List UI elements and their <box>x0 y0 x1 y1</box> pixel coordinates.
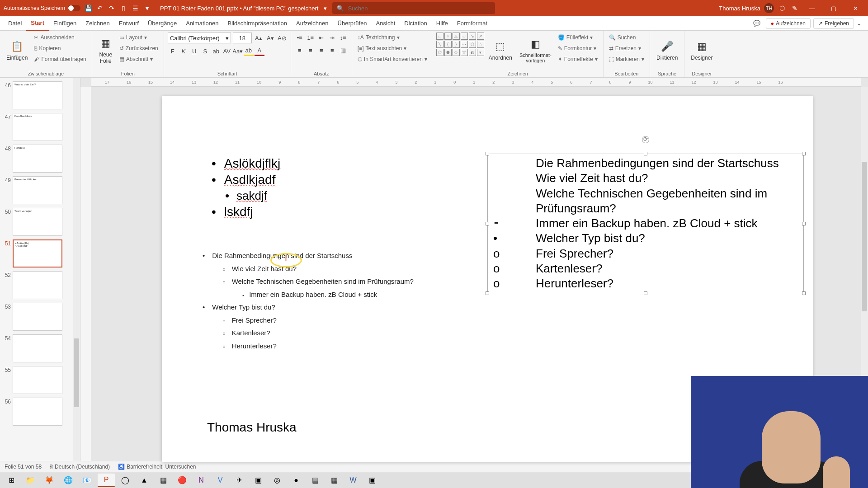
note-item[interactable]: Die Rahmenbedingungen sind der Startschu… <box>203 249 456 263</box>
highlight-button[interactable]: ab <box>244 46 254 56</box>
right-line[interactable]: •Welcher Typ bist du? <box>491 231 801 246</box>
task-app8[interactable]: ▤ <box>307 474 324 487</box>
note-item[interactable]: Herunterleser? <box>222 340 456 353</box>
resize-handle[interactable] <box>802 222 806 225</box>
tab-ansicht[interactable]: Ansicht <box>372 16 400 31</box>
slide-thumbnail[interactable]: 54 <box>0 333 80 364</box>
resize-handle[interactable] <box>644 291 647 295</box>
task-app9[interactable]: ▦ <box>326 474 343 487</box>
textbox-right-selected[interactable]: Die Rahmenbedingungen sind der Startschu… <box>487 154 804 293</box>
decrease-indent-button[interactable]: ⇤ <box>316 33 326 42</box>
task-powerpoint[interactable]: P <box>98 474 115 487</box>
tab-einfuegen[interactable]: Einfügen <box>49 16 81 31</box>
format-painter-button[interactable]: 🖌Format übertragen <box>32 54 88 64</box>
task-chrome[interactable]: 🌐 <box>60 474 77 487</box>
section-button[interactable]: ▤Abschnitt▾ <box>118 54 160 64</box>
record-button[interactable]: ●Aufzeichnen <box>766 18 811 29</box>
bullets-button[interactable]: •≡ <box>295 33 305 42</box>
find-button[interactable]: 🔍Suchen <box>607 33 646 42</box>
ruler-vertical[interactable] <box>80 87 91 461</box>
comments-icon[interactable]: 💬 <box>750 20 763 27</box>
slide-thumbnail[interactable]: 52 <box>0 269 80 301</box>
task-app6[interactable]: ◎ <box>269 474 286 487</box>
note-item[interactable]: Welche Technischen Gegebenheiten sind im… <box>222 275 456 288</box>
task-telegram[interactable]: ✈ <box>231 474 248 487</box>
slide-thumbnail[interactable]: 56 <box>0 396 80 427</box>
right-line[interactable]: Welche Technischen Gegebenheiten sind im… <box>491 186 801 216</box>
justify-button[interactable]: ≡ <box>327 45 337 55</box>
shapes-gallery[interactable]: ▭○△▱↘↗ ╲{}↝⬡☆ ⬠⬢◇▽◐▾ <box>436 33 484 56</box>
reset-button[interactable]: ↺Zurücksetzen <box>118 43 160 53</box>
touch-mode-icon[interactable]: ☰ <box>131 4 139 12</box>
tab-animationen[interactable]: Animationen <box>181 16 223 31</box>
tab-zeichnen[interactable]: Zeichnen <box>81 16 114 31</box>
user-avatar[interactable]: TH <box>764 3 774 13</box>
bullet-item[interactable]: sakdjf <box>225 188 465 204</box>
align-left-button[interactable]: ≡ <box>295 45 305 55</box>
tab-bildschirm[interactable]: Bildschirmpräsentation <box>223 16 292 31</box>
increase-font-icon[interactable]: A▴ <box>254 33 264 43</box>
accessibility-status[interactable]: ♿Barrierefreiheit: Untersuchen <box>118 464 196 470</box>
note-item[interactable]: Kartenleser? <box>222 327 456 340</box>
note-item[interactable]: Frei Sprecher? <box>222 314 456 327</box>
tab-hilfe[interactable]: Hilfe <box>432 16 453 31</box>
task-app2[interactable]: ▦ <box>155 474 172 487</box>
right-line[interactable]: oHerunterleser? <box>491 276 801 291</box>
right-line[interactable]: Die Rahmenbedingungen sind der Startschu… <box>491 156 801 171</box>
tab-formformat[interactable]: Formformat <box>453 16 492 31</box>
tab-aufzeichnen[interactable]: Aufzeichnen <box>292 16 333 31</box>
note-item[interactable]: Wie viel Zeit hast du? <box>222 263 456 276</box>
ruler-horizontal[interactable]: 1716151413121110987654321012345678910111… <box>91 78 861 87</box>
task-app1[interactable]: ◯ <box>117 474 134 487</box>
change-case-button[interactable]: Aa▾ <box>233 46 243 56</box>
search-box[interactable]: 🔍 <box>332 2 495 14</box>
resize-handle[interactable] <box>486 152 489 155</box>
bullet-item[interactable]: Asdlkjadf <box>212 172 465 188</box>
bold-button[interactable]: F <box>168 46 178 56</box>
sync-icon[interactable]: ⬡ <box>778 4 787 13</box>
bullet-item[interactable]: lskdfj <box>212 204 465 220</box>
tab-dictation[interactable]: Dictation <box>400 16 432 31</box>
task-app3[interactable]: 🔴 <box>174 474 191 487</box>
draw-icon[interactable]: ✎ <box>790 4 799 13</box>
tab-ueberpruefen[interactable]: Überprüfen <box>333 16 372 31</box>
task-outlook[interactable]: 📧 <box>79 474 96 487</box>
smartart-button[interactable]: ⬡In SmartArt konvertieren▾ <box>356 54 429 64</box>
decrease-font-icon[interactable]: A▾ <box>265 33 275 43</box>
align-right-button[interactable]: ≡ <box>316 45 326 55</box>
resize-handle[interactable] <box>486 291 489 295</box>
numbering-button[interactable]: 1≡ <box>306 33 316 42</box>
increase-indent-button[interactable]: ⇥ <box>327 33 337 42</box>
designer-button[interactable]: ▦Designer <box>688 33 715 68</box>
rotate-handle[interactable] <box>642 136 649 143</box>
slide-thumbnail[interactable]: 55 <box>0 364 80 396</box>
author-name[interactable]: Thomas Hruska <box>207 420 297 435</box>
strikethrough-button[interactable]: S <box>200 46 210 56</box>
copy-button[interactable]: ⎘Kopieren <box>32 43 88 53</box>
search-input[interactable] <box>348 5 491 12</box>
task-firefox[interactable]: 🦊 <box>41 474 58 487</box>
tab-start[interactable]: Start <box>26 16 49 31</box>
font-color-button[interactable]: A <box>255 46 264 56</box>
task-app10[interactable]: ▣ <box>363 474 381 487</box>
align-center-button[interactable]: ≡ <box>306 45 316 55</box>
qat-dropdown-icon[interactable]: ▾ <box>143 4 151 12</box>
align-text-button[interactable]: [≡]Text ausrichten▾ <box>356 43 429 53</box>
task-explorer[interactable]: 📁 <box>22 474 39 487</box>
note-item[interactable]: Immer ein Backup haben. zB Cloud + stick <box>242 288 456 301</box>
slide-thumbnail[interactable]: 48Handout <box>0 143 80 174</box>
slide-thumbnail[interactable]: 49Presenter / Klicker <box>0 174 80 206</box>
task-app7[interactable]: ● <box>288 474 305 487</box>
minimize-button[interactable]: — <box>803 0 821 16</box>
shadow-button[interactable]: ab <box>211 46 221 56</box>
right-line[interactable]: oFrei Sprecher? <box>491 246 801 261</box>
start-button[interactable]: ⊞ <box>3 474 20 487</box>
bullet-item[interactable]: Aslökdjflkj <box>212 155 465 172</box>
slide-thumbnail-pane[interactable]: 46Was ist dein Ziel?47Der Abschluss48Han… <box>0 78 80 461</box>
slide-thumbnail[interactable]: 50Team verlegen <box>0 206 80 238</box>
underline-button[interactable]: U <box>189 46 199 56</box>
slide-thumbnail[interactable]: 46Was ist dein Ziel? <box>0 80 80 111</box>
resize-handle[interactable] <box>802 291 806 295</box>
task-onenote[interactable]: N <box>193 474 210 487</box>
toggle-switch[interactable] <box>68 5 80 11</box>
